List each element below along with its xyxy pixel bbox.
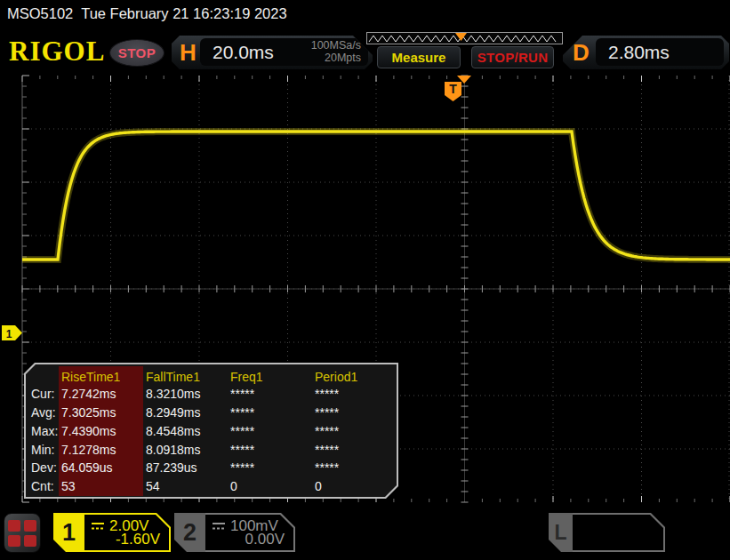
channel1-number-tab: 1 bbox=[53, 513, 84, 552]
trigger-flag-letter: T bbox=[449, 82, 457, 96]
measurement-results-panel[interactable]: RiseTime1FallTime1Freq1Period1Cur:7.2742… bbox=[24, 363, 398, 499]
channel1-status-box[interactable]: 1 2.00V -1.60V bbox=[53, 513, 171, 552]
dc-coupling-icon bbox=[212, 521, 227, 532]
channel-menu-icon[interactable] bbox=[4, 513, 41, 553]
channel2-number-tab: 2 bbox=[174, 513, 205, 552]
measurement-table: RiseTime1FallTime1Freq1Period1Cur:7.2742… bbox=[26, 364, 397, 496]
ch1-marker-label: 1 bbox=[6, 328, 12, 340]
oscilloscope-screen: MSO5102 Tue February 21 16:23:19 2023 RI… bbox=[0, 0, 730, 560]
channel2-status-box[interactable]: 2 100mV 0.00V bbox=[174, 513, 295, 552]
logic-channels-box[interactable]: L 0 1 2 3 4 5 6 7 8 9 1011 12131415 bbox=[549, 513, 665, 552]
channel1-offset: -1.60V bbox=[116, 531, 160, 548]
logic-label-tab: L bbox=[549, 513, 573, 552]
trigger-flag[interactable]: T bbox=[445, 82, 461, 101]
dc-coupling-icon bbox=[91, 521, 106, 532]
ch1-ground-marker[interactable]: 1 bbox=[2, 325, 22, 340]
channel2-offset: 0.00V bbox=[245, 531, 285, 548]
